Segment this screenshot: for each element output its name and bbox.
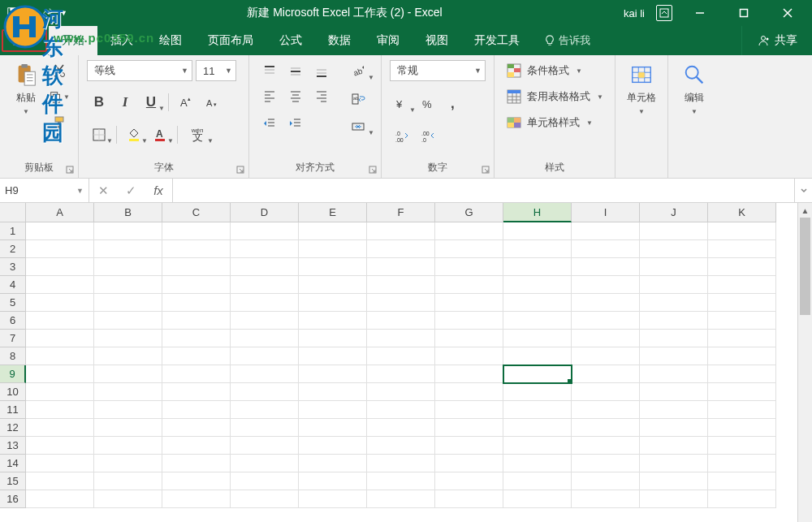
cell-C4[interactable] <box>162 276 231 294</box>
cell-H3[interactable] <box>503 258 572 276</box>
cell-F12[interactable] <box>367 419 435 437</box>
cell-G16[interactable] <box>435 490 503 508</box>
column-header-J[interactable]: J <box>640 203 708 222</box>
tab-data[interactable]: 数据 <box>315 26 364 55</box>
cell-F7[interactable] <box>367 330 435 347</box>
cancel-formula-button[interactable]: ✕ <box>89 183 117 198</box>
wrap-text-button[interactable]: ab <box>343 88 373 110</box>
cell-I9[interactable] <box>572 365 640 383</box>
column-header-C[interactable]: C <box>162 203 231 222</box>
cell-F15[interactable] <box>367 472 435 490</box>
cell-C2[interactable] <box>162 240 231 258</box>
cell-D6[interactable] <box>231 312 299 330</box>
cell-K14[interactable] <box>708 455 776 472</box>
border-button[interactable]: ▼ <box>87 123 111 146</box>
cell-F8[interactable] <box>367 347 435 365</box>
dialog-launcher-icon[interactable] <box>481 165 490 175</box>
expand-formula-bar-button[interactable] <box>794 179 812 202</box>
cell-F2[interactable] <box>367 240 435 258</box>
row-header-10[interactable]: 10 <box>0 383 26 401</box>
maximize-button[interactable] <box>728 0 760 26</box>
cell-G11[interactable] <box>435 401 503 419</box>
comma-button[interactable]: , <box>442 93 466 115</box>
cell-B3[interactable] <box>94 258 162 276</box>
font-size-combo[interactable]: 11 ▼ <box>196 60 236 81</box>
cell-F13[interactable] <box>367 437 435 455</box>
tab-review[interactable]: 审阅 <box>364 26 412 55</box>
cell-C1[interactable] <box>162 222 231 240</box>
merge-button[interactable]: ▼ <box>343 115 373 138</box>
cell-I11[interactable] <box>572 401 640 419</box>
cut-button[interactable] <box>49 60 70 81</box>
column-header-B[interactable]: B <box>94 203 162 222</box>
cell-H14[interactable] <box>503 455 572 472</box>
tab-home[interactable]: 开始 <box>49 26 97 55</box>
cell-A9[interactable] <box>26 365 94 383</box>
cell-B9[interactable] <box>94 365 162 383</box>
cell-E8[interactable] <box>299 347 367 365</box>
cell-E7[interactable] <box>299 330 367 347</box>
cell-A10[interactable] <box>26 383 94 401</box>
cell-D11[interactable] <box>231 401 299 419</box>
cell-J11[interactable] <box>640 401 708 419</box>
cell-C14[interactable] <box>162 455 231 472</box>
cell-F1[interactable] <box>367 222 435 240</box>
cell-D5[interactable] <box>231 294 299 312</box>
cell-C9[interactable] <box>162 365 231 383</box>
cell-H8[interactable] <box>503 347 572 365</box>
cell-K3[interactable] <box>708 258 776 276</box>
cell-J9[interactable] <box>640 365 708 383</box>
cell-J12[interactable] <box>640 419 708 437</box>
cell-K7[interactable] <box>708 330 776 347</box>
cell-E4[interactable] <box>299 276 367 294</box>
column-header-K[interactable]: K <box>708 203 776 222</box>
accounting-format-button[interactable]: ¥▼ <box>390 93 414 115</box>
cell-K9[interactable] <box>708 365 776 383</box>
cell-C6[interactable] <box>162 312 231 330</box>
cell-K5[interactable] <box>708 294 776 312</box>
cell-J14[interactable] <box>640 455 708 472</box>
formula-input[interactable] <box>173 179 794 202</box>
decrease-font-button[interactable]: A▾ <box>200 91 224 114</box>
cell-C5[interactable] <box>162 294 231 312</box>
cell-A12[interactable] <box>26 419 94 437</box>
tab-page-layout[interactable]: 页面布局 <box>195 26 266 55</box>
cell-H1[interactable] <box>503 222 572 240</box>
cell-E12[interactable] <box>299 419 367 437</box>
cell-F5[interactable] <box>367 294 435 312</box>
cell-I3[interactable] <box>572 258 640 276</box>
cell-I4[interactable] <box>572 276 640 294</box>
cell-I16[interactable] <box>572 490 640 508</box>
cell-D14[interactable] <box>231 455 299 472</box>
row-header-1[interactable]: 1 <box>0 222 26 240</box>
cell-C13[interactable] <box>162 437 231 455</box>
cell-F3[interactable] <box>367 258 435 276</box>
cell-I8[interactable] <box>572 347 640 365</box>
cell-K15[interactable] <box>708 472 776 490</box>
row-header-6[interactable]: 6 <box>0 312 26 330</box>
cells-area[interactable] <box>26 222 797 522</box>
select-all-corner[interactable] <box>0 203 26 222</box>
cell-F6[interactable] <box>367 312 435 330</box>
cell-K6[interactable] <box>708 312 776 330</box>
italic-button[interactable]: I <box>113 91 137 114</box>
cell-A15[interactable] <box>26 472 94 490</box>
cell-D1[interactable] <box>231 222 299 240</box>
cell-H10[interactable] <box>503 383 572 401</box>
cell-A3[interactable] <box>26 258 94 276</box>
cell-I6[interactable] <box>572 312 640 330</box>
cell-D7[interactable] <box>231 330 299 347</box>
cell-H11[interactable] <box>503 401 572 419</box>
cell-D4[interactable] <box>231 276 299 294</box>
qat-dropdown-icon[interactable]: ▼ <box>60 9 67 17</box>
cell-G10[interactable] <box>435 383 503 401</box>
user-name[interactable]: kai li <box>624 7 645 19</box>
cell-F10[interactable] <box>367 383 435 401</box>
column-header-H[interactable]: H <box>503 203 572 222</box>
cell-K11[interactable] <box>708 401 776 419</box>
cell-F16[interactable] <box>367 490 435 508</box>
cell-A11[interactable] <box>26 401 94 419</box>
format-table-button[interactable]: 套用表格格式 ▼ <box>503 86 607 107</box>
cell-I13[interactable] <box>572 437 640 455</box>
cell-D16[interactable] <box>231 490 299 508</box>
